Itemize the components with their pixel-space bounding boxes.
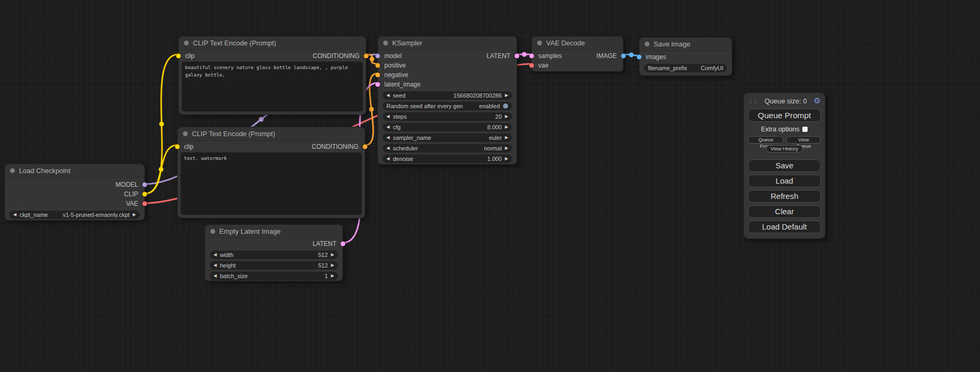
extra-options-checkbox[interactable]	[802, 127, 808, 132]
slot-label: samples	[538, 52, 562, 60]
input-dot-negative[interactable]	[375, 73, 380, 78]
output-dot-clip[interactable]	[142, 192, 147, 197]
node-title-bar[interactable]: VAE Decode	[532, 36, 623, 50]
node-clip-text-encode-positive[interactable]: CLIP Text Encode (Prompt) clip CONDITION…	[178, 36, 366, 115]
node-empty-latent-image[interactable]: Empty Latent Image LATENT ◀ width 512 ▶ …	[205, 224, 343, 281]
clear-button[interactable]: Clear	[748, 205, 821, 218]
decrement-arrow-icon[interactable]: ◀	[386, 115, 390, 119]
link-midpoint-dot	[522, 52, 527, 57]
increment-arrow-icon[interactable]: ▶	[505, 125, 508, 129]
widget-batch-size[interactable]: ◀ batch_size 1 ▶	[210, 272, 338, 280]
widget-ckpt-name[interactable]: ◀ ckpt_name v1-5-pruned-emaonly.ckpt ▶	[9, 211, 140, 219]
collapse-dot[interactable]	[210, 229, 215, 234]
output-dot-conditioning[interactable]	[364, 54, 368, 59]
node-title-bar[interactable]: CLIP Text Encode (Prompt)	[178, 127, 365, 141]
node-ksampler[interactable]: KSampler model LATENT positive negative …	[377, 36, 517, 165]
input-dot-vae[interactable]	[529, 63, 534, 68]
increment-arrow-icon[interactable]: ▶	[505, 115, 508, 119]
widget-random-seed-toggle[interactable]: Random seed after every gen enabled	[383, 102, 512, 110]
increment-arrow-icon[interactable]: ▶	[331, 263, 334, 268]
decrement-arrow-icon[interactable]: ◀	[386, 157, 390, 161]
increment-arrow-icon[interactable]: ▶	[505, 157, 508, 161]
widget-sampler-name[interactable]: ◀ sampler_name euler ▶	[383, 133, 512, 142]
widget-filename-prefix[interactable]: filename_prefix ComfyUI	[644, 64, 727, 72]
collapse-dot[interactable]	[645, 42, 649, 46]
collapse-dot[interactable]	[10, 168, 15, 173]
node-title-bar[interactable]: KSampler	[378, 36, 517, 50]
input-slot-positive: positive	[378, 61, 517, 70]
queue-prompt-button[interactable]: Queue Prompt	[748, 109, 821, 122]
widget-value: 1.000	[487, 156, 502, 162]
input-dot-clip[interactable]	[175, 145, 180, 149]
output-dot-latent[interactable]	[515, 54, 519, 59]
node-load-checkpoint[interactable]: Load Checkpoint MODEL CLIP VAE ◀ ckpt_na…	[4, 164, 145, 221]
node-vae-decode[interactable]: VAE Decode samples IMAGE vae	[531, 36, 624, 72]
decrement-arrow-icon[interactable]: ◀	[214, 253, 217, 257]
node-save-image[interactable]: Save Image images filename_prefix ComfyU…	[639, 37, 732, 76]
drag-handle-icon[interactable]: ⋮⋮	[748, 98, 758, 104]
slot-label: CLIP	[124, 190, 138, 198]
node-title-bar[interactable]: CLIP Text Encode (Prompt)	[179, 36, 366, 50]
widget-denoise[interactable]: ◀ denoise 1.000 ▶	[383, 155, 512, 163]
node-clip-text-encode-negative[interactable]: CLIP Text Encode (Prompt) clip CONDITION…	[177, 127, 365, 218]
increment-arrow-icon[interactable]: ▶	[331, 274, 334, 278]
increment-arrow-icon[interactable]: ▶	[505, 93, 508, 98]
slot-label: CONDITIONING	[313, 52, 360, 60]
widget-value: 512	[318, 252, 327, 258]
refresh-button[interactable]: Refresh	[748, 190, 821, 203]
queue-front-button[interactable]: Queue Front	[748, 136, 783, 144]
link-midpoint-dot	[159, 167, 163, 172]
widget-seed[interactable]: ◀ seed 156680208700286 ▶	[383, 91, 512, 100]
input-dot-clip[interactable]	[176, 54, 181, 59]
slot-row: samples IMAGE	[532, 51, 623, 61]
widget-value: normal	[484, 145, 502, 151]
output-dot-conditioning[interactable]	[363, 145, 367, 149]
view-queue-button[interactable]: View Queue	[786, 136, 821, 144]
output-dot-model[interactable]	[142, 183, 147, 187]
decrement-arrow-icon[interactable]: ◀	[13, 213, 16, 217]
save-button[interactable]: Save	[748, 159, 821, 172]
decrement-arrow-icon[interactable]: ◀	[386, 125, 390, 129]
widget-cfg[interactable]: ◀ cfg 8.000 ▶	[383, 123, 512, 131]
collapse-dot[interactable]	[383, 41, 388, 45]
input-slot-images: images	[639, 52, 732, 62]
collapse-dot[interactable]	[184, 41, 189, 45]
output-slot-latent: LATENT	[205, 239, 343, 249]
node-title-bar[interactable]: Empty Latent Image	[205, 225, 343, 239]
toggle-indicator-dot[interactable]	[503, 103, 508, 109]
view-history-button[interactable]: View History	[766, 145, 803, 152]
increment-arrow-icon[interactable]: ▶	[505, 146, 508, 150]
decrement-arrow-icon[interactable]: ◀	[214, 263, 217, 268]
prompt-textarea[interactable]: text, watermark	[181, 152, 362, 215]
settings-gear-icon[interactable]: ⚙	[814, 97, 821, 105]
collapse-dot[interactable]	[537, 41, 542, 45]
output-dot-vae[interactable]	[142, 202, 147, 206]
slot-label: VAE	[126, 200, 138, 207]
collapse-dot[interactable]	[183, 131, 188, 136]
node-title-bar[interactable]: Save Image	[639, 37, 732, 51]
node-title-bar[interactable]: Load Checkpoint	[5, 164, 144, 178]
widget-steps[interactable]: ◀ steps 20 ▶	[383, 112, 512, 121]
widget-scheduler[interactable]: ◀ scheduler normal ▶	[383, 144, 512, 152]
input-dot-images[interactable]	[637, 55, 642, 60]
increment-arrow-icon[interactable]: ▶	[133, 213, 136, 217]
output-dot-image[interactable]	[621, 54, 626, 59]
decrement-arrow-icon[interactable]: ◀	[386, 146, 390, 150]
output-dot-latent[interactable]	[341, 242, 345, 246]
widget-height[interactable]: ◀ height 512 ▶	[210, 261, 338, 270]
load-default-button[interactable]: Load Default	[748, 221, 821, 233]
increment-arrow-icon[interactable]: ▶	[505, 136, 508, 140]
input-dot-model[interactable]	[375, 54, 380, 59]
prompt-textarea[interactable]: beautiful scenery nature glass bottle la…	[182, 62, 363, 111]
decrement-arrow-icon[interactable]: ◀	[386, 93, 390, 98]
decrement-arrow-icon[interactable]: ◀	[214, 274, 217, 278]
input-dot-positive[interactable]	[375, 63, 380, 68]
decrement-arrow-icon[interactable]: ◀	[386, 136, 390, 140]
node-graph-canvas[interactable]: Load Checkpoint MODEL CLIP VAE ◀ ckpt_na…	[0, 0, 980, 372]
slot-label: clip	[185, 52, 195, 60]
load-button[interactable]: Load	[748, 175, 821, 187]
input-dot-latent-image[interactable]	[375, 82, 380, 87]
widget-width[interactable]: ◀ width 512 ▶	[210, 251, 338, 259]
input-dot-samples[interactable]	[529, 54, 534, 59]
increment-arrow-icon[interactable]: ▶	[331, 253, 334, 257]
